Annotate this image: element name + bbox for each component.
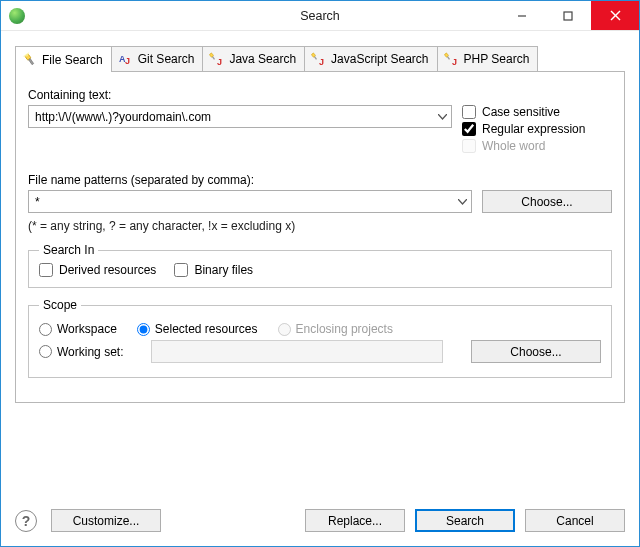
maximize-button[interactable] — [545, 1, 591, 30]
scope-legend: Scope — [39, 298, 81, 312]
working-set-input — [151, 340, 443, 363]
java-search-icon: J — [209, 51, 225, 67]
binary-files-checkbox[interactable]: Binary files — [174, 263, 253, 277]
containing-text-combo[interactable] — [28, 105, 452, 128]
checkbox-label: Case sensitive — [482, 105, 560, 119]
containing-text-label: Containing text: — [28, 88, 612, 102]
svg-rect-15 — [446, 56, 449, 60]
close-button[interactable] — [591, 1, 639, 30]
titlebar: Search — [1, 1, 639, 31]
customize-button[interactable]: Customize... — [51, 509, 161, 532]
file-patterns-label: File name patterns (separated by comma): — [28, 173, 612, 187]
search-button[interactable]: Search — [415, 509, 515, 532]
dialog-content: File Search AJ Git Search J Java Search … — [1, 31, 639, 499]
tab-label: PHP Search — [464, 52, 530, 66]
tab-java-search[interactable]: J Java Search — [202, 46, 305, 71]
regex-checkbox[interactable]: Regular expression — [462, 122, 612, 136]
window-controls — [499, 1, 639, 30]
tab-label: Git Search — [138, 52, 195, 66]
svg-rect-1 — [564, 12, 572, 20]
search-options: Case sensitive Regular expression Whole … — [462, 105, 612, 153]
choose-patterns-button[interactable]: Choose... — [482, 190, 612, 213]
tab-php-search[interactable]: J PHP Search — [437, 46, 539, 71]
radio-label: Working set: — [57, 345, 123, 359]
minimize-button[interactable] — [499, 1, 545, 30]
checkbox-label: Binary files — [194, 263, 253, 277]
search-in-group: Search In Derived resources Binary files — [28, 243, 612, 288]
tab-git-search[interactable]: AJ Git Search — [111, 46, 204, 71]
js-search-icon: J — [311, 51, 327, 67]
radio-label: Enclosing projects — [296, 322, 393, 336]
search-dialog: Search File Search AJ — [0, 0, 640, 547]
tab-label: Java Search — [229, 52, 296, 66]
dialog-footer: ? Customize... Replace... Search Cancel — [1, 499, 639, 546]
file-patterns-input[interactable] — [29, 195, 453, 209]
chevron-down-icon[interactable] — [453, 191, 471, 212]
php-search-icon: J — [444, 51, 460, 67]
scope-workspace-radio[interactable]: Workspace — [39, 322, 117, 336]
file-search-panel: Containing text: Case sensitive Regul — [15, 72, 625, 403]
svg-text:J: J — [452, 57, 457, 67]
svg-rect-12 — [314, 56, 317, 60]
search-in-legend: Search In — [39, 243, 98, 257]
svg-text:J: J — [319, 57, 324, 67]
scope-enclosing-radio: Enclosing projects — [278, 322, 393, 336]
radio-label: Workspace — [57, 322, 117, 336]
checkbox-label: Whole word — [482, 139, 545, 153]
checkbox-label: Derived resources — [59, 263, 156, 277]
scope-selected-radio[interactable]: Selected resources — [137, 322, 258, 336]
aj-search-icon: AJ — [118, 51, 134, 67]
whole-word-checkbox: Whole word — [462, 139, 612, 153]
flashlight-icon — [22, 52, 38, 68]
svg-text:J: J — [217, 57, 222, 67]
tab-javascript-search[interactable]: J JavaScript Search — [304, 46, 437, 71]
tab-file-search[interactable]: File Search — [15, 46, 112, 72]
svg-rect-9 — [212, 56, 215, 60]
svg-rect-5 — [29, 59, 34, 65]
app-icon — [9, 8, 25, 24]
tab-bar: File Search AJ Git Search J Java Search … — [15, 45, 625, 72]
radio-label: Selected resources — [155, 322, 258, 336]
cancel-button[interactable]: Cancel — [525, 509, 625, 532]
choose-workingset-button[interactable]: Choose... — [471, 340, 601, 363]
checkbox-label: Regular expression — [482, 122, 585, 136]
replace-button[interactable]: Replace... — [305, 509, 405, 532]
scope-group: Scope Workspace Selected resources Enclo… — [28, 298, 612, 378]
file-patterns-combo[interactable] — [28, 190, 472, 213]
chevron-down-icon[interactable] — [433, 106, 451, 127]
scope-workingset-radio[interactable]: Working set: — [39, 345, 123, 359]
case-sensitive-checkbox[interactable]: Case sensitive — [462, 105, 612, 119]
tab-label: File Search — [42, 53, 103, 67]
patterns-hint: (* = any string, ? = any character, !x =… — [28, 219, 612, 233]
help-icon[interactable]: ? — [15, 510, 37, 532]
containing-text-input[interactable] — [29, 110, 433, 124]
svg-text:J: J — [125, 56, 130, 66]
derived-resources-checkbox[interactable]: Derived resources — [39, 263, 156, 277]
tab-label: JavaScript Search — [331, 52, 428, 66]
